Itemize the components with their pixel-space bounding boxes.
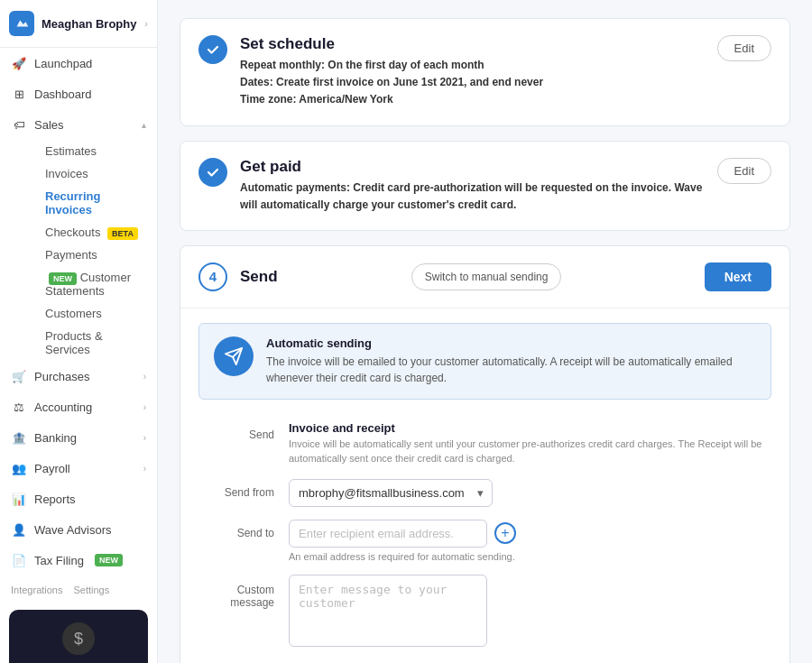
getpaid-subtitle: Automatic payments: Credit card pre-auth… xyxy=(240,180,705,214)
tag-icon: 🏷 xyxy=(11,116,27,133)
sidebar-item-reports[interactable]: 📊 Reports xyxy=(0,483,157,514)
banner-text: Automatic sending The invoice will be em… xyxy=(266,336,756,386)
chart-icon: 📊 xyxy=(11,491,27,507)
grid-icon: ⊞ xyxy=(11,86,27,102)
send-from-select-wrap[interactable]: mbrophy@fitsmallbusiness.com xyxy=(289,479,493,507)
custom-message-input[interactable] xyxy=(289,575,487,647)
file-icon: 📄 xyxy=(11,552,27,568)
chevron-up-icon: ▴ xyxy=(142,120,146,130)
send-to-input[interactable] xyxy=(289,520,487,548)
send-step-circle: 4 xyxy=(198,262,227,291)
send-from-label: Send from xyxy=(198,479,289,499)
custom-message-row: Custom message xyxy=(198,575,771,649)
schedule-card-body: Set schedule Repeat monthly: On the firs… xyxy=(240,35,543,109)
sidebar-label-purchases: Purchases xyxy=(34,370,89,383)
send-to-input-group: + xyxy=(289,520,771,548)
schedule-title: Set schedule xyxy=(240,35,543,53)
sidebar-label-accounting: Accounting xyxy=(34,401,92,414)
next-button[interactable]: Next xyxy=(705,262,771,291)
sidebar-label-tax-filing: Tax Filing xyxy=(34,554,84,567)
sidebar-item-dashboard[interactable]: ⊞ Dashboard xyxy=(0,78,157,109)
sidebar-item-estimates[interactable]: Estimates xyxy=(34,140,157,162)
sales-submenu: Estimates Invoices Recurring Invoices Ch… xyxy=(0,140,157,361)
new-badge-tax: NEW xyxy=(95,554,123,566)
auto-sending-banner: Automatic sending The invoice will be em… xyxy=(198,323,771,400)
beta-badge: BETA xyxy=(107,227,138,240)
send-form: Send Invoice and receipt Invoice will be… xyxy=(180,414,789,663)
send-to-label: Send to xyxy=(198,520,289,539)
user-name: Meaghan Brophy xyxy=(42,17,137,31)
getpaid-card-header: Get paid Automatic payments: Credit card… xyxy=(180,142,789,230)
promo-section: $ Your customers can pay you online Coll… xyxy=(0,601,157,663)
sidebar-item-payments[interactable]: Payments xyxy=(34,244,157,266)
app-logo xyxy=(9,11,34,36)
banner-desc: The invoice will be emailed to your cust… xyxy=(266,354,756,386)
switch-to-manual-button[interactable]: Switch to manual sending xyxy=(411,263,562,290)
send-card-header: 4 Send Switch to manual sending Next xyxy=(180,246,789,308)
bank-icon: 🏦 xyxy=(11,429,27,446)
settings-link[interactable]: Settings xyxy=(73,585,109,595)
sidebar-item-banking[interactable]: 🏦 Banking › xyxy=(0,422,157,453)
cart-icon: 🛒 xyxy=(11,368,27,384)
sidebar-label-sales: Sales xyxy=(34,118,64,132)
send-value-desc: Invoice will be automatically sent until… xyxy=(289,437,771,466)
send-value: Invoice and receipt Invoice will be auto… xyxy=(289,421,771,466)
chevron-right-icon-2: › xyxy=(143,402,146,412)
sidebar-label-dashboard: Dashboard xyxy=(34,87,92,101)
scale-icon: ⚖ xyxy=(11,399,27,415)
sidebar-item-invoices[interactable]: Invoices xyxy=(34,162,157,185)
send-card: 4 Send Switch to manual sending Next Aut… xyxy=(180,245,790,663)
send-title: Send xyxy=(240,268,278,286)
sidebar-item-sales[interactable]: 🏷 Sales ▴ xyxy=(0,109,157,140)
rocket-icon: 🚀 xyxy=(11,55,27,71)
sidebar-item-customers[interactable]: Customers xyxy=(34,302,157,325)
schedule-timezone: Time zone: America/New York xyxy=(240,93,393,106)
sidebar-item-products-services[interactable]: Products & Services xyxy=(34,325,157,361)
sidebar-item-launchpad[interactable]: 🚀 Launchpad xyxy=(0,48,157,78)
custom-message-content xyxy=(289,575,771,649)
send-to-content: + An email address is required for autom… xyxy=(289,520,771,562)
sidebar-item-customer-statements[interactable]: NEW Customer Statements xyxy=(34,266,157,302)
getpaid-title: Get paid xyxy=(240,158,705,176)
sidebar-label-banking: Banking xyxy=(34,431,77,445)
send-from-select[interactable]: mbrophy@fitsmallbusiness.com xyxy=(289,479,493,507)
banner-title: Automatic sending xyxy=(266,336,756,350)
getpaid-edit-button[interactable]: Edit xyxy=(717,158,771,184)
getpaid-card: Get paid Automatic payments: Credit card… xyxy=(180,141,790,231)
sidebar-label-payroll: Payroll xyxy=(34,462,70,475)
main-content: Set schedule Repeat monthly: On the firs… xyxy=(158,0,812,663)
sidebar-item-purchases[interactable]: 🛒 Purchases › xyxy=(0,361,157,391)
getpaid-step-circle xyxy=(198,158,227,187)
sidebar-label-reports: Reports xyxy=(34,493,76,506)
send-from-row: Send from mbrophy@fitsmallbusiness.com xyxy=(198,479,771,507)
sidebar-item-recurring-invoices[interactable]: Recurring Invoices xyxy=(34,185,157,221)
sidebar-item-payroll[interactable]: 👥 Payroll › xyxy=(0,453,157,483)
schedule-subtitle: Repeat monthly: On the first day of each… xyxy=(240,57,543,109)
new-badge-statements: NEW xyxy=(49,272,77,285)
send-row: Send Invoice and receipt Invoice will be… xyxy=(198,421,771,466)
sidebar-item-tax-filing[interactable]: 📄 Tax Filing NEW xyxy=(0,545,157,576)
schedule-step-circle xyxy=(198,35,227,64)
sidebar-item-wave-advisors[interactable]: 👤 Wave Advisors xyxy=(0,514,157,545)
schedule-dates: Dates: Create first invoice on June 1st … xyxy=(240,76,543,88)
custom-message-label: Custom message xyxy=(198,575,289,609)
required-note: An email address is required for automat… xyxy=(289,551,771,562)
chevron-right-icon-3: › xyxy=(143,433,146,443)
sidebar-label-launchpad: Launchpad xyxy=(34,57,92,70)
send-label: Send xyxy=(198,421,289,441)
getpaid-card-body: Get paid Automatic payments: Credit card… xyxy=(240,158,705,214)
schedule-repeat: Repeat monthly: On the first day of each… xyxy=(240,59,484,71)
dollar-icon: $ xyxy=(62,622,95,655)
sidebar-item-checkouts[interactable]: Checkouts BETA xyxy=(34,221,157,244)
sidebar-header[interactable]: Meaghan Brophy › xyxy=(0,0,157,48)
sidebar-item-accounting[interactable]: ⚖ Accounting › xyxy=(0,391,157,422)
chevron-right-icon: › xyxy=(143,372,146,382)
integrations-link[interactable]: Integrations xyxy=(11,585,62,595)
schedule-card: Set schedule Repeat monthly: On the firs… xyxy=(180,18,790,126)
promo-box: $ Your customers can pay you online Coll… xyxy=(9,610,148,663)
person-icon: 👤 xyxy=(11,521,27,538)
schedule-edit-button[interactable]: Edit xyxy=(717,35,771,61)
add-recipient-button[interactable]: + xyxy=(494,522,516,544)
sidebar: Meaghan Brophy › 🚀 Launchpad ⊞ Dashboard… xyxy=(0,0,158,663)
sidebar-label-wave-advisors: Wave Advisors xyxy=(34,523,112,537)
